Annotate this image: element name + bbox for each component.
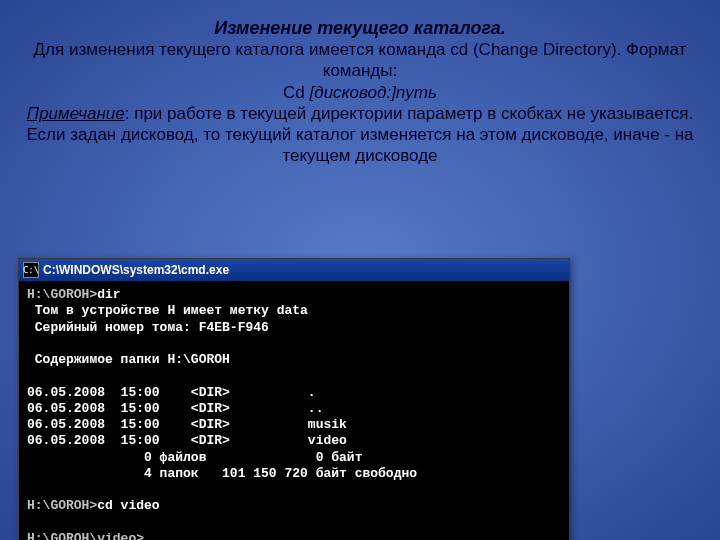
cmd-icon: C:\ <box>23 262 39 278</box>
dir-row-4: 06.05.2008 15:00 <DIR> video <box>27 433 347 448</box>
line-contents: Содержимое папки H:\GOROH <box>27 352 230 367</box>
dir-row-3: 06.05.2008 15:00 <DIR> musik <box>27 417 347 432</box>
line-serial: Серийный номер тома: F4EB-F946 <box>27 320 269 335</box>
command-cd: cd video <box>97 498 159 513</box>
cmd-title: C:\WINDOWS\system32\cmd.exe <box>43 263 229 277</box>
cmd-titlebar: C:\ C:\WINDOWS\system32\cmd.exe <box>19 259 569 281</box>
slide-body: Для изменения текущего каталога имеется … <box>0 39 720 167</box>
slide: Изменение текущего каталога. Для изменен… <box>0 0 720 540</box>
cmd-window: C:\ C:\WINDOWS\system32\cmd.exe H:\GOROH… <box>18 258 570 540</box>
summary-files: 0 файлов 0 байт <box>27 450 362 465</box>
paragraph-1: Для изменения текущего каталога имеется … <box>34 40 687 80</box>
cmd-icon-glyph: C:\ <box>23 265 39 275</box>
prompt-3: H:\GOROH\video> <box>27 531 144 540</box>
note-label: Примечание <box>27 104 125 123</box>
paragraph-3: Если задан дисковод, то текущий каталог … <box>26 125 693 165</box>
line-volume: Том в устройстве H имеет метку data <box>27 303 308 318</box>
dir-row-2: 06.05.2008 15:00 <DIR> .. <box>27 401 323 416</box>
prompt-2: H:\GOROH> <box>27 498 97 513</box>
summary-dirs: 4 папок 101 150 720 байт свободно <box>27 466 417 481</box>
cmd-format-arg: [дисковод:]путь <box>310 83 437 102</box>
note-text: : при работе в текущей директории параме… <box>125 104 693 123</box>
cmd-body: H:\GOROH>dir Том в устройстве H имеет ме… <box>19 281 569 540</box>
cmd-format-prefix: Cd <box>283 83 309 102</box>
dir-row-1: 06.05.2008 15:00 <DIR> . <box>27 385 316 400</box>
slide-title: Изменение текущего каталога. <box>0 0 720 39</box>
prompt-1: H:\GOROH> <box>27 287 97 302</box>
command-dir: dir <box>97 287 120 302</box>
